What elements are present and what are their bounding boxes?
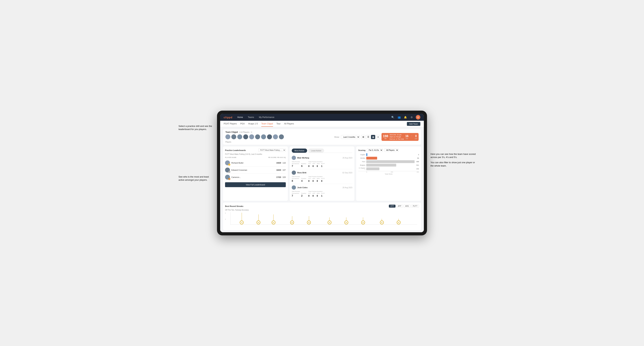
annotation-top-left: Select a practice drill and see the lead… xyxy=(178,125,214,131)
chart-row-birdies: Birdies 96 xyxy=(358,157,419,160)
activity-stats-1: Total Rounds Tournament 7 Practice xyxy=(292,161,352,168)
tablet-frame: clippd Home Teams My Performance 🔍 👥 🔔 ⚙… xyxy=(217,111,427,235)
chart-label-eagles: Eagles xyxy=(358,154,365,156)
nav-link-home[interactable]: Home xyxy=(236,116,244,119)
chart-bar-pars xyxy=(366,160,414,163)
streaks-panel: Best Round Streaks OTT APP ARG PUTT Off … xyxy=(223,202,421,230)
scoring-chart: Eagles 3 Birdies xyxy=(358,153,419,175)
chart-bar-wrap-eagles xyxy=(366,153,416,156)
avatar-8[interactable] xyxy=(267,134,272,139)
sub-nav-pgat[interactable]: PGAT Players xyxy=(224,121,237,127)
avatar-7[interactable] xyxy=(261,134,266,139)
sub-nav: PGAT Players PGA Hcaps 1-5 Team Clippd T… xyxy=(220,121,424,127)
filter-putt[interactable]: PUTT xyxy=(411,205,419,208)
avatar-2[interactable] xyxy=(231,134,236,139)
avatar-4[interactable] xyxy=(243,134,248,139)
shot-circles: 16 yds → 0 yds xyxy=(405,135,417,140)
view-icons: ⊞ ☰ ▦ ≡ xyxy=(361,135,380,139)
chart-row-pars: Pars 499 xyxy=(358,160,419,163)
team-header-left: Team Clippd | 14 Players ✏ xyxy=(226,131,284,143)
chart-bar-eagles xyxy=(366,153,367,156)
scoring-par-select[interactable]: Par 3, 4 & 5s Par 3s Par 4s Par 5s xyxy=(367,149,383,152)
chart-bar-wrap-pars xyxy=(366,160,414,163)
chart-row-eagles: Eagles 3 xyxy=(358,153,419,156)
show-label: Show: xyxy=(334,136,340,138)
lb-score-3: 17/20 xyxy=(276,176,281,178)
leaderboard-row-1: 1 Richard Butler 19/20 110 xyxy=(225,159,286,167)
chart-val-birdies: 96 xyxy=(417,157,419,159)
streaks-chart-area: 6 4 7x 6x xyxy=(225,212,419,228)
avatar-5[interactable] xyxy=(249,134,254,139)
tournament-stat-1: Tournament 7 xyxy=(292,163,299,168)
streaks-header: Best Round Streaks OTT APP ARG PUTT xyxy=(225,205,419,208)
streak-dot-10: 3x xyxy=(397,219,400,224)
bell-icon[interactable]: 🔔 xyxy=(403,115,408,119)
leaderboard-panel-header: Practice Leaderboards PUTT Must Make Put… xyxy=(225,149,286,152)
sub-nav-all-players[interactable]: All Players xyxy=(284,121,294,127)
streak-dot-6: 4x xyxy=(328,217,332,224)
streak-dot-9: 3x xyxy=(380,219,384,224)
lb-badge-2: 2 xyxy=(228,171,230,173)
leaderboard-row-2: 2 Edward Crossman 18/20 107 xyxy=(225,167,286,174)
lb-badge-3: 3 xyxy=(228,178,230,180)
lb-name-2: Edward Crossman xyxy=(231,169,275,171)
team-header-right: Show: Last 3 months Last 6 months Last y… xyxy=(334,133,418,141)
nav-link-teams[interactable]: Teams xyxy=(247,116,254,119)
activity-tabs: Most Active Least Active xyxy=(292,149,352,153)
filter-app[interactable]: APP xyxy=(396,205,403,208)
avatar-10[interactable] xyxy=(279,134,284,139)
chart-bar-wrap-bogeys xyxy=(366,164,414,167)
lb-avatar-1: 1 xyxy=(225,161,230,165)
streak-dot-7: 4x xyxy=(344,217,348,224)
lb-name-3: Cameron... xyxy=(231,176,275,178)
view-grid-icon[interactable]: ⊞ xyxy=(361,135,366,139)
people-icon[interactable]: 👥 xyxy=(397,115,401,119)
rounds-group-3: Total Rounds Tournament7 Practice2 xyxy=(292,191,306,197)
edit-icon[interactable]: ✏ xyxy=(251,131,252,133)
players-label: Players xyxy=(226,141,284,143)
view-card-icon[interactable]: ▦ xyxy=(371,135,375,139)
scoring-player-select[interactable]: All Players xyxy=(384,149,399,152)
chart-row-dbogeys: D. Bogeys + 131 xyxy=(358,167,419,170)
chart-x-title: Total Shots xyxy=(358,173,419,175)
activity-item-3: Josh Coles 26 Aug 2023 Total Rounds Tour… xyxy=(292,184,352,199)
sub-nav-hcaps[interactable]: Hcaps 1-5 xyxy=(248,121,258,127)
avatar-3[interactable] xyxy=(237,134,242,139)
filter-arg[interactable]: ARG xyxy=(404,205,410,208)
activity-panel: Most Active Least Active Blair McHarg 26… xyxy=(290,147,354,201)
tab-most-active[interactable]: Most Active xyxy=(292,149,307,153)
nav-link-performance[interactable]: My Performance xyxy=(258,116,275,119)
filter-ott[interactable]: OTT xyxy=(389,205,396,208)
search-icon[interactable]: 🔍 xyxy=(390,115,395,119)
streak-dot-2: 6x xyxy=(256,214,260,224)
practice-activities-1: Total Practice Activities OTT0 APP0 ARG0… xyxy=(308,161,325,168)
avatar-1[interactable] xyxy=(226,134,230,139)
settings-icon[interactable]: ⚙ xyxy=(410,115,414,119)
sub-nav-tour[interactable]: Tour xyxy=(276,121,280,127)
tab-least-active[interactable]: Least Active xyxy=(308,149,324,153)
view-list-icon[interactable]: ☰ xyxy=(366,135,370,139)
rounds-group-2: Total Rounds Tournament8 Practice4 xyxy=(292,176,306,182)
view-table-icon[interactable]: ≡ xyxy=(376,135,380,139)
avatar-9[interactable] xyxy=(273,134,278,139)
view-full-leaderboard-button[interactable]: View Full Leaderboard xyxy=(225,182,286,187)
avatar-6[interactable] xyxy=(255,134,260,139)
scoring-title: Scoring xyxy=(358,149,366,151)
chart-bar-bogeys xyxy=(366,164,396,167)
show-select[interactable]: Last 3 months Last 6 months Last year xyxy=(341,135,360,139)
sub-nav-team-clippd[interactable]: Team Clippd xyxy=(261,121,273,127)
sub-nav-pga[interactable]: PGA xyxy=(240,121,245,127)
player-avatars xyxy=(226,134,284,139)
top-nav: clippd Home Teams My Performance 🔍 👥 🔔 ⚙… xyxy=(220,114,424,121)
chart-row-bogeys: Bogeys 311 xyxy=(358,164,419,167)
rounds-group-1: Total Rounds Tournament 7 Practice xyxy=(292,161,306,168)
leaderboard-drill-select[interactable]: PUTT Must Make Putting ... xyxy=(258,149,286,152)
add-team-button[interactable]: Add Team xyxy=(407,122,420,126)
activity-avatar-1 xyxy=(292,156,296,160)
streaks-y-axis: 6 4 xyxy=(225,212,230,224)
streak-circle-1: 7x xyxy=(240,220,244,224)
lb-name-1: Richard Butler xyxy=(231,162,275,164)
activity-date-1: 26 Aug 2023 xyxy=(342,157,352,159)
user-avatar[interactable]: U xyxy=(416,115,420,120)
lb-badge-1: 1 xyxy=(228,164,230,166)
